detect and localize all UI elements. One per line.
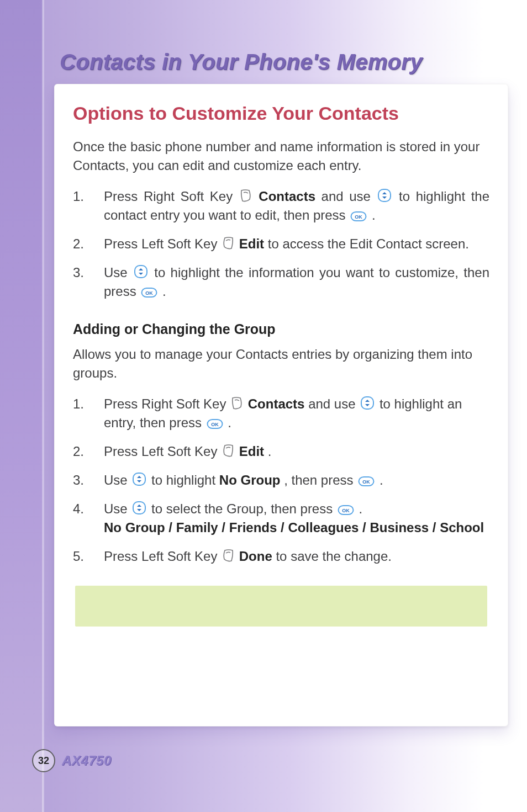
ok-key-icon: OK — [350, 211, 367, 222]
step-1-1: Press Right Soft Key Contacts and use to… — [73, 187, 489, 225]
note-box — [75, 586, 487, 627]
text: . — [268, 444, 272, 459]
ok-key-icon: OK — [338, 505, 354, 516]
ok-key-icon: OK — [358, 476, 375, 487]
right-soft-key-icon — [240, 189, 252, 203]
text: . — [162, 284, 166, 299]
ok-key-icon: OK — [141, 287, 157, 298]
steps-list-2: Press Right Soft Key Contacts and use to… — [73, 395, 489, 566]
sub-heading-group: Adding or Changing the Group — [73, 321, 489, 337]
section-heading-options: Options to Customize Your Contacts — [73, 103, 489, 124]
svg-rect-9 — [133, 473, 145, 485]
text: to highlight the information you want to… — [104, 265, 489, 299]
svg-rect-0 — [378, 189, 391, 201]
text: . — [228, 415, 231, 430]
step-1-2: Press Left Soft Key Edit to access the E… — [73, 235, 489, 253]
text: Use — [104, 501, 131, 516]
ok-key-icon: OK — [207, 418, 223, 429]
svg-text:OK: OK — [362, 479, 370, 485]
left-decorative-band — [0, 0, 43, 812]
text: , then press — [284, 473, 357, 487]
section-intro-1: Once the basic phone number and name inf… — [73, 137, 489, 175]
nav-updown-icon — [132, 471, 146, 487]
text: Use — [104, 473, 131, 487]
text: Press Left Soft Key — [104, 236, 221, 251]
nav-updown-icon — [134, 264, 148, 279]
text: Press Left Soft Key — [104, 444, 221, 459]
text: and use — [308, 396, 359, 411]
text: Press Right Soft Key — [104, 396, 230, 411]
text: to select the Group, then press — [151, 501, 336, 516]
svg-text:OK: OK — [211, 422, 219, 427]
step-1-3: Use to highlight the information you wan… — [73, 263, 489, 301]
nav-updown-icon — [360, 395, 375, 411]
label-contacts: Contacts — [248, 396, 305, 411]
left-soft-key-icon — [222, 549, 234, 563]
left-soft-key-icon — [222, 236, 234, 251]
step-2-1: Press Right Soft Key Contacts and use to… — [73, 395, 489, 432]
label-contacts: Contacts — [259, 189, 315, 204]
step-2-5: Press Left Soft Key Done to save the cha… — [73, 547, 489, 566]
text: Use — [104, 265, 133, 280]
svg-rect-3 — [135, 266, 147, 278]
text: . — [372, 208, 376, 222]
svg-rect-12 — [133, 502, 145, 514]
label-edit: Edit — [239, 444, 264, 459]
group-options: No Group / Family / Friends / Colleagues… — [104, 520, 484, 535]
section-intro-2: Allows you to manage your Contacts entri… — [73, 345, 489, 383]
svg-text:OK: OK — [342, 508, 350, 513]
nav-updown-icon — [377, 188, 392, 203]
label-edit: Edit — [239, 236, 264, 251]
step-2-2: Press Left Soft Key Edit . — [73, 442, 489, 461]
text: Press Left Soft Key — [104, 549, 221, 564]
text: Press Right Soft Key — [104, 189, 239, 204]
page-footer: 32 AX4750 — [32, 749, 112, 772]
text: . — [359, 501, 363, 516]
page-title: Contacts in Your Phone's Memory — [60, 50, 505, 75]
text: . — [380, 473, 383, 487]
text: to save the change. — [276, 549, 391, 564]
content-card: Options to Customize Your Contacts Once … — [54, 84, 508, 726]
model-label: AX4750 — [62, 753, 112, 768]
svg-text:OK: OK — [355, 214, 363, 220]
label-no-group: No Group — [219, 473, 281, 487]
left-soft-key-icon — [222, 444, 234, 458]
svg-text:OK: OK — [146, 290, 154, 296]
text: to highlight — [151, 473, 219, 487]
right-soft-key-icon — [231, 396, 243, 411]
step-2-3: Use to highlight No Group , then press O… — [73, 471, 489, 490]
text: and use — [322, 189, 377, 204]
nav-updown-icon — [132, 500, 146, 516]
svg-rect-6 — [361, 397, 373, 409]
step-2-4: Use to select the Group, then press OK .… — [73, 500, 489, 537]
text: to access the Edit Contact screen. — [268, 236, 469, 251]
steps-list-1: Press Right Soft Key Contacts and use to… — [73, 187, 489, 301]
label-done: Done — [239, 549, 272, 564]
page-number-badge: 32 — [32, 749, 55, 772]
